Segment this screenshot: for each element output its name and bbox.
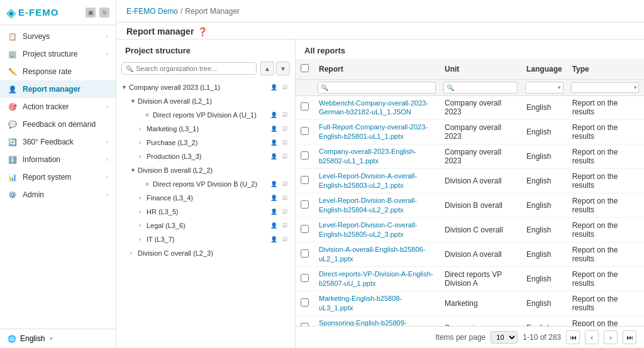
pagination-last-button[interactable]: ⏭ bbox=[623, 330, 636, 344]
tree-node-finance[interactable]: › Finance (L3_4) 👤 ☑ bbox=[116, 191, 295, 205]
node-check-icon[interactable]: ☑ bbox=[280, 151, 290, 161]
report-name-link[interactable]: Marketing-English-b25808-uL3_1.pptx bbox=[319, 295, 402, 311]
row-checkbox[interactable] bbox=[301, 127, 309, 135]
tree-sort-up-button[interactable]: ▲ bbox=[260, 62, 274, 75]
tree-node-it[interactable]: › IT (L3_7) 👤 ☑ bbox=[116, 232, 295, 246]
node-check-icon[interactable]: ☑ bbox=[280, 82, 290, 92]
select-all-checkbox[interactable] bbox=[301, 64, 309, 72]
tree-node-purchase[interactable]: › Purchase (L3_2) 👤 ☑ bbox=[116, 136, 295, 150]
sidebar-item-report-manager[interactable]: 👤 Report manager bbox=[0, 80, 116, 98]
sidebar-item-response-rate[interactable]: ✏️ Response rate bbox=[0, 63, 116, 80]
chevron-right-icon: › bbox=[106, 104, 108, 110]
node-check-icon[interactable]: ☑ bbox=[280, 234, 290, 244]
sidebar-item-360-feedback[interactable]: 🔄 360° Feedback › bbox=[0, 133, 116, 151]
tree-node-division-c[interactable]: › Division C overall (L2_3) bbox=[116, 246, 295, 260]
tree-search-box[interactable]: 🔍 bbox=[121, 62, 257, 75]
row-checkbox[interactable] bbox=[301, 151, 309, 160]
tree-search-input[interactable] bbox=[136, 65, 252, 72]
node-check-icon[interactable]: ☑ bbox=[280, 179, 290, 189]
sidebar-item-label: Report system bbox=[23, 173, 71, 182]
sidebar-item-surveys[interactable]: 📋 Surveys › bbox=[0, 28, 116, 45]
tree-node-division-b[interactable]: ▼ Division B overall (L2_2) bbox=[116, 163, 295, 177]
row-checkbox[interactable] bbox=[301, 225, 309, 233]
sidebar-item-project-structure[interactable]: 🏢 Project structure › bbox=[0, 45, 116, 63]
row-checkbox[interactable] bbox=[301, 200, 309, 209]
tree-node-direct-vp-a[interactable]: Direct reports VP Division A (U_1) 👤 ☑ bbox=[116, 108, 295, 122]
node-person-icon[interactable]: 👤 bbox=[269, 82, 279, 92]
node-person-icon[interactable]: 👤 bbox=[269, 179, 279, 189]
node-check-icon[interactable]: ☑ bbox=[280, 124, 290, 134]
filter-unit-input[interactable] bbox=[454, 83, 514, 92]
report-name-link[interactable]: Direct-reports-VP-Division-A-English-b25… bbox=[319, 270, 433, 286]
table-row: Webbericht-Company-overall-2023-German-b… bbox=[296, 96, 644, 120]
sidebar-item-action-tracker[interactable]: 🎯 Action tracker › bbox=[0, 98, 116, 116]
filter-language-input[interactable] bbox=[528, 83, 558, 92]
tree-node-hr[interactable]: › HR (L3_5) 👤 ☑ bbox=[116, 205, 295, 219]
report-name-link[interactable]: Company-overall-2023-English-b25802-uL1_… bbox=[319, 148, 416, 164]
sidebar-controls: ▣ S bbox=[86, 8, 109, 18]
row-checkbox[interactable] bbox=[301, 249, 309, 258]
sidebar-extra-icon[interactable]: S bbox=[99, 8, 109, 18]
node-check-icon[interactable]: ☑ bbox=[280, 220, 290, 231]
tree-node-company[interactable]: ▼ Company overall 2023 (L1_1) 👤 ☑ bbox=[116, 80, 295, 94]
node-label: Marketing (L3_1) bbox=[145, 125, 269, 133]
filter-report-input[interactable] bbox=[328, 83, 433, 92]
node-person-icon[interactable]: 👤 bbox=[269, 124, 279, 134]
help-icon[interactable]: ❓ bbox=[197, 27, 208, 36]
chevron-down-icon: ▾ bbox=[634, 85, 638, 90]
node-actions: 👤 ☑ bbox=[269, 234, 290, 244]
pagination-next-button[interactable]: › bbox=[604, 330, 618, 344]
node-check-icon[interactable]: ☑ bbox=[280, 207, 290, 217]
tree-sort-down-button[interactable]: ▼ bbox=[276, 62, 290, 75]
sidebar-toggle-icon[interactable]: ▣ bbox=[86, 8, 96, 18]
node-person-icon[interactable]: 👤 bbox=[269, 193, 279, 203]
sidebar-item-label: Report manager bbox=[23, 85, 80, 94]
sidebar-item-label: Action tracker bbox=[23, 102, 69, 111]
surveys-icon: 📋 bbox=[8, 31, 18, 41]
row-checkbox[interactable] bbox=[301, 176, 309, 184]
table-row: Level-Report-Division-B-overall-English-… bbox=[296, 193, 644, 217]
row-checkbox-cell bbox=[296, 96, 314, 120]
report-name-link[interactable]: Full-Report-Company-overall-2023-English… bbox=[319, 123, 428, 139]
response-rate-icon: ✏️ bbox=[8, 67, 18, 77]
toggle-icon: › bbox=[139, 195, 145, 201]
sidebar-item-feedback-on-demand[interactable]: 💬 Feedback on demand bbox=[0, 116, 116, 133]
row-checkbox[interactable] bbox=[301, 298, 309, 307]
sidebar-item-information[interactable]: ℹ️ Information › bbox=[0, 151, 116, 168]
tree-node-marketing[interactable]: › Marketing (L3_1) 👤 ☑ bbox=[116, 122, 295, 136]
node-person-icon[interactable]: 👤 bbox=[269, 110, 279, 120]
row-checkbox-cell bbox=[296, 315, 314, 326]
tree-node-direct-vp-b[interactable]: Direct reports VP Division B (U_2) 👤 ☑ bbox=[116, 177, 295, 191]
table-row: Sponsoring-English-b25809-uU_4.pptx Spon… bbox=[296, 315, 644, 326]
report-name-link[interactable]: Sponsoring-English-b25809-uU_4.pptx bbox=[319, 319, 406, 326]
sidebar-item-admin[interactable]: ⚙️ Admin › bbox=[0, 186, 116, 204]
pagination-prev-button[interactable]: ‹ bbox=[585, 330, 599, 344]
node-actions: 👤 ☑ bbox=[269, 138, 290, 148]
report-name-link[interactable]: Level-Report-Division-C-overall-English-… bbox=[319, 221, 418, 237]
sidebar-item-report-system[interactable]: 📊 Report system › bbox=[0, 168, 116, 186]
row-checkbox[interactable] bbox=[301, 274, 309, 282]
tree-node-division-a[interactable]: ▼ Division A overall (L2_1) bbox=[116, 94, 295, 108]
node-person-icon[interactable]: 👤 bbox=[269, 207, 279, 217]
node-check-icon[interactable]: ☑ bbox=[280, 138, 290, 148]
tree-node-production[interactable]: › Production (L3_3) 👤 ☑ bbox=[116, 150, 295, 163]
tree-node-legal[interactable]: › Legal (L3_6) 👤 ☑ bbox=[116, 219, 295, 232]
report-name-link[interactable]: Webbericht-Company-overall-2023-German-b… bbox=[319, 99, 428, 116]
breadcrumb-home[interactable]: E-FEMO Demo bbox=[126, 7, 178, 16]
node-person-icon[interactable]: 👤 bbox=[269, 151, 279, 161]
row-checkbox[interactable] bbox=[301, 102, 309, 111]
node-check-icon[interactable]: ☑ bbox=[280, 193, 290, 203]
report-name-link[interactable]: Level-Report-Division-B-overall-English-… bbox=[319, 197, 417, 213]
node-check-icon[interactable]: ☑ bbox=[280, 110, 290, 120]
node-person-icon[interactable]: 👤 bbox=[269, 220, 279, 231]
report-name-cell: Full-Report-Company-overall-2023-English… bbox=[314, 119, 440, 144]
pagination-first-button[interactable]: ⏮ bbox=[566, 330, 580, 344]
report-name-link[interactable]: Division-A-overall-English-b25806-uL2_1.… bbox=[319, 246, 425, 262]
node-person-icon[interactable]: 👤 bbox=[269, 138, 279, 148]
table-filter-row: 🔍 🔍 bbox=[296, 80, 644, 96]
filter-type-input[interactable] bbox=[572, 83, 634, 92]
node-person-icon[interactable]: 👤 bbox=[269, 234, 279, 244]
language-selector[interactable]: 🌐 English ▾ bbox=[0, 329, 116, 348]
report-name-link[interactable]: Level-Report-Division-A-overall-English-… bbox=[319, 172, 417, 188]
items-per-page-select[interactable]: 10 5 20 50 bbox=[491, 331, 518, 344]
